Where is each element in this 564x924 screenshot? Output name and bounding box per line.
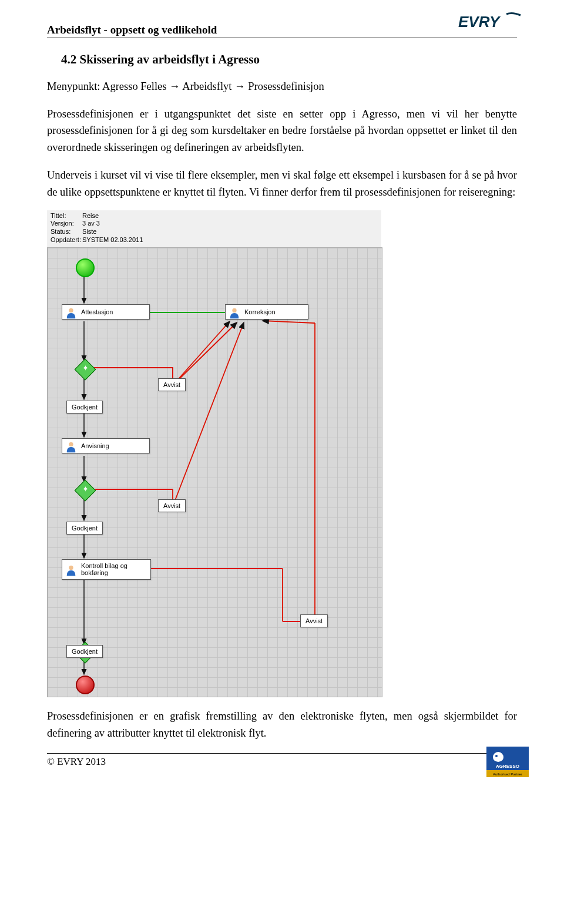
svg-point-23 (232, 308, 236, 312)
user-icon (65, 307, 78, 320)
section-heading: 4.2 Skissering av arbeidsflyt i Agresso (61, 52, 517, 67)
svg-line-12 (173, 322, 237, 385)
node-attestasjon[interactable]: Attestasjon (62, 304, 150, 320)
label-godkjent-3: Godkjent (66, 645, 103, 658)
node-kontroll[interactable]: Kontroll bilag og bokføring (62, 559, 151, 580)
workflow-diagram: Tittel:Reise Versjon:3 av 3 Status:Siste… (47, 210, 381, 697)
agresso-logo: AGRESSO Authorised Partner (486, 747, 529, 781)
paragraph-3: Prosessdefinisjonen er en grafisk fremst… (47, 708, 517, 741)
gateway-1 (75, 358, 96, 380)
svg-text:EVRY: EVRY (458, 13, 501, 31)
svg-point-24 (69, 442, 73, 446)
label-godkjent-2: Godkjent (66, 522, 103, 535)
label-godkjent-1: Godkjent (66, 401, 103, 414)
page-footer: © EVRY 2013 Side 12 (47, 753, 517, 768)
end-node (76, 676, 95, 694)
svg-point-22 (69, 308, 73, 312)
paragraph-2: Underveis i kurset vil vi vise til flere… (47, 167, 517, 200)
header-title: Arbeidsflyt - oppsett og vedlikehold (47, 23, 217, 36)
paragraph-1: Prosessdefinisjonen er i utgangspunktet … (47, 106, 517, 156)
node-label: Kontroll bilag og bokføring (81, 562, 127, 577)
gateway-2 (75, 479, 96, 501)
user-icon (228, 307, 241, 320)
label-avvist-3: Avvist (300, 614, 328, 627)
svg-line-20 (263, 321, 315, 323)
node-korreksjon[interactable]: Korreksjon (225, 304, 308, 320)
user-icon (65, 564, 78, 577)
user-icon (65, 441, 78, 453)
svg-text:Authorised Partner: Authorised Partner (493, 772, 522, 776)
start-node (76, 258, 95, 277)
node-label: Anvisning (81, 442, 109, 449)
svg-text:AGRESSO: AGRESSO (496, 764, 519, 769)
menu-path: Menypunkt: Agresso Felles → Arbeidsflyt … (47, 78, 517, 95)
node-anvisning[interactable]: Anvisning (62, 438, 150, 453)
diagram-canvas: Attestasjon Korreksjon Avvist Godkjent A… (47, 247, 382, 697)
evry-logo: EVRY (458, 11, 529, 38)
diagram-meta: Tittel:Reise Versjon:3 av 3 Status:Siste… (47, 210, 381, 247)
footer-left: © EVRY 2013 (47, 756, 106, 768)
label-avvist-1: Avvist (158, 378, 186, 391)
node-label: Attestasjon (81, 308, 113, 315)
svg-line-15 (173, 322, 244, 506)
page-header: Arbeidsflyt - oppsett og vedlikehold (47, 23, 517, 38)
label-avvist-2: Avvist (158, 499, 186, 512)
svg-point-28 (495, 755, 498, 757)
svg-point-25 (69, 565, 73, 569)
node-label: Korreksjon (244, 308, 276, 315)
